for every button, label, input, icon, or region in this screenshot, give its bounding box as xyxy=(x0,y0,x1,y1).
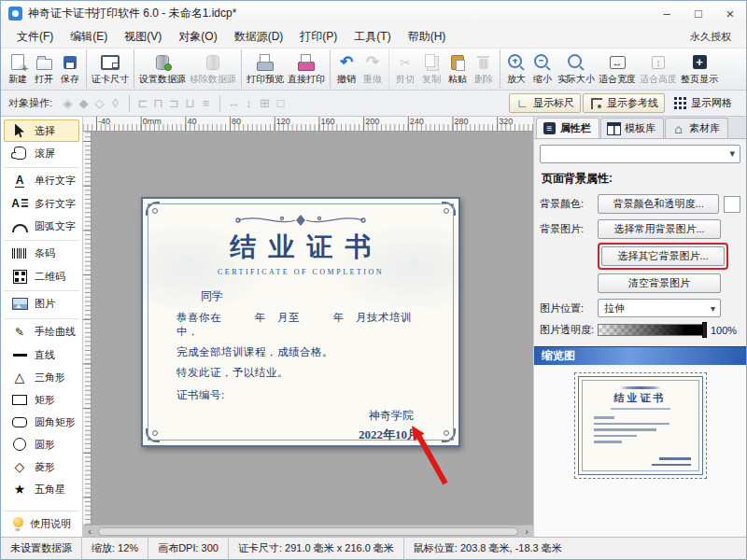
align-middle-icon[interactable]: ≡ xyxy=(198,95,214,112)
bring-to-front-icon[interactable]: ◈ xyxy=(60,95,76,112)
same-size-icon[interactable]: ⊞ xyxy=(257,95,273,112)
minimize-button[interactable] xyxy=(651,1,683,25)
toolbar-button[interactable]: 设置数据源 xyxy=(134,49,188,89)
toolbar-button[interactable]: 整页显示 xyxy=(679,49,720,89)
same-height-icon[interactable]: ↕ xyxy=(241,95,257,112)
actual-size-icon xyxy=(565,52,587,72)
toolbar-button-label: 直接打印 xyxy=(288,73,325,86)
toolbar-button[interactable]: 撤销 xyxy=(330,49,359,89)
toolbar-button[interactable]: 缩小 xyxy=(529,49,556,89)
thumbnail-preview[interactable]: 结业证书 xyxy=(578,376,703,475)
equal-spacing-icon[interactable]: □ xyxy=(273,95,289,112)
clear-bg-button[interactable]: 清空背景图片 xyxy=(598,273,721,293)
panel-tab[interactable]: 模板库 xyxy=(600,118,664,138)
tool-item[interactable]: 三角形 xyxy=(4,366,79,388)
toolbar-button[interactable]: 放大 xyxy=(500,49,529,89)
toolbar-button[interactable]: 移除数据源 xyxy=(188,49,238,89)
toolbar-button[interactable]: 适合宽度 xyxy=(597,49,638,89)
scrollbar-thumb[interactable] xyxy=(98,527,518,536)
menu-item[interactable]: 打印(P) xyxy=(291,27,345,47)
menu-item[interactable]: 视图(V) xyxy=(116,27,170,47)
tool-label: 单行文字 xyxy=(35,174,76,188)
tool-item[interactable]: 五角星 xyxy=(4,478,79,500)
bg-color-swatch[interactable] xyxy=(724,196,740,213)
print-preview-icon xyxy=(254,52,276,72)
tool-item[interactable]: 多行文字 xyxy=(4,192,79,215)
toolbar-button[interactable]: 重做 xyxy=(359,49,386,89)
toolbar-button-label: 删除 xyxy=(474,73,493,86)
toolbar-button[interactable]: 新建 xyxy=(5,49,31,89)
opacity-slider[interactable] xyxy=(598,324,706,336)
opacity-slider-handle[interactable] xyxy=(702,322,707,338)
design-canvas[interactable]: 结业证书 CERTIFICATE OF COMPLETION 同学 恭喜你在 年… xyxy=(83,132,533,537)
scroll-right-icon[interactable] xyxy=(520,525,533,538)
align-center-icon[interactable]: ⊓ xyxy=(150,95,166,112)
menu-item[interactable]: 文件(F) xyxy=(8,27,62,47)
tool-item[interactable]: 手绘曲线 xyxy=(4,318,79,343)
image-position-value: 拉伸 xyxy=(604,301,625,315)
toolbar-button-label: 适合宽度 xyxy=(599,73,636,86)
tool-item[interactable]: 菱形 xyxy=(4,455,79,478)
maximize-button[interactable] xyxy=(683,1,714,25)
ruler-label: -40 xyxy=(96,117,141,131)
toolbar-button[interactable]: 剪切 xyxy=(388,49,418,89)
panel-tab[interactable]: 素材库 xyxy=(665,118,728,138)
menu-item[interactable]: 帮助(H) xyxy=(400,27,455,47)
tool-item[interactable]: 圆角矩形 xyxy=(4,411,79,433)
send-backward-icon[interactable]: ◊ xyxy=(107,95,123,112)
help-button[interactable]: 使用说明 xyxy=(4,511,79,537)
toolbar-button[interactable]: 打开 xyxy=(31,49,57,89)
toolbar-button[interactable]: 保存 xyxy=(57,49,83,89)
select-common-bg-button[interactable]: 选择常用背景图片... xyxy=(598,219,721,239)
select-other-bg-button[interactable]: 选择其它背景图片... xyxy=(601,246,725,266)
align-right-icon[interactable]: ⊐ xyxy=(166,95,182,112)
bg-color-label: 背景颜色: xyxy=(540,197,598,211)
scroll-left-icon[interactable] xyxy=(83,525,96,538)
toolbar-button[interactable]: 复制 xyxy=(418,49,444,89)
panel-tab-label: 模板库 xyxy=(625,121,655,135)
tool-item[interactable]: 滚屏 xyxy=(4,142,79,164)
toolbar-button[interactable]: 打印预览 xyxy=(241,49,286,89)
toolbar-button-label: 打开 xyxy=(35,73,53,86)
align-left-icon[interactable]: ⊏ xyxy=(129,95,150,112)
tool-item[interactable]: 直线 xyxy=(4,343,79,366)
tool-label: 圆弧文字 xyxy=(35,219,76,233)
send-to-back-icon[interactable]: ◆ xyxy=(76,95,92,112)
close-button[interactable] xyxy=(714,1,746,25)
tool-item[interactable]: 圆形 xyxy=(4,433,79,455)
tool-item[interactable]: 图片 xyxy=(4,290,79,315)
toolbar-button[interactable]: 适合高度 xyxy=(638,49,679,89)
db-remove-icon xyxy=(202,52,224,72)
same-width-icon[interactable]: ↔ xyxy=(219,95,241,112)
bring-forward-icon[interactable]: ◇ xyxy=(92,95,107,112)
horizontal-scrollbar[interactable] xyxy=(83,525,533,537)
toolbar-button[interactable]: 实际大小 xyxy=(556,49,597,89)
menu-item[interactable]: 编辑(E) xyxy=(62,27,116,47)
view-toggle-button[interactable]: 显示参考线 xyxy=(583,93,665,113)
tool-item[interactable]: 选择 xyxy=(4,119,79,142)
view-toggle-button[interactable]: 显示网格 xyxy=(667,93,739,113)
view-toggle-button[interactable]: 显示标尺 xyxy=(509,93,581,113)
bg-color-button[interactable]: 背景颜色和透明度... xyxy=(598,194,719,214)
toolbar-button-label: 整页显示 xyxy=(681,73,718,86)
tool-label: 滚屏 xyxy=(35,147,55,161)
toolbar-button[interactable]: 删除 xyxy=(471,49,497,89)
menu-item[interactable]: 对象(O) xyxy=(170,27,225,47)
style-combobox[interactable] xyxy=(540,145,740,163)
menu-item[interactable]: 工具(T) xyxy=(345,27,399,47)
menu-item[interactable]: 数据源(D) xyxy=(226,27,292,47)
tool-item[interactable]: 二维码 xyxy=(4,265,79,287)
title-bar: 神奇证卡证书打印软件 6.0 - 未命名1.idcp* xyxy=(1,1,746,25)
tool-item[interactable]: 矩形 xyxy=(4,388,79,411)
panel-tab[interactable]: 属性栏 xyxy=(536,118,599,138)
tool-item[interactable]: 单行文字 xyxy=(4,167,79,192)
align-bottom-icon[interactable]: ⊔ xyxy=(182,95,198,112)
image-position-select[interactable]: 拉伸 xyxy=(598,299,721,317)
ruler-label: 240 xyxy=(408,117,453,131)
toolbar-button[interactable]: 粘贴 xyxy=(444,49,471,89)
toolbar-button[interactable]: 直接打印 xyxy=(286,49,327,89)
tool-item[interactable]: 圆弧文字 xyxy=(4,215,79,237)
certificate-page[interactable]: 结业证书 CERTIFICATE OF COMPLETION 同学 恭喜你在 年… xyxy=(141,197,460,447)
toolbar-button[interactable]: 证卡尺寸 xyxy=(86,49,131,89)
tool-item[interactable]: 条码 xyxy=(4,240,79,265)
